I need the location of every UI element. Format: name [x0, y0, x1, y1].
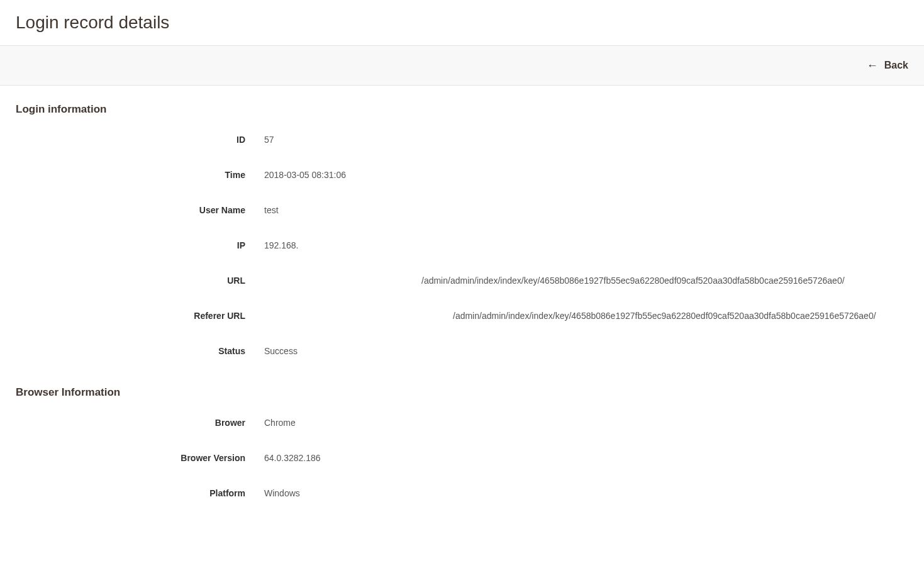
field-value-platform: Windows — [264, 488, 313, 498]
field-value-id: 57 — [264, 135, 287, 145]
field-row-username: User Name test — [0, 192, 924, 228]
page-title: Login record details — [0, 0, 924, 45]
field-label-referer-url: Referer URL — [0, 311, 264, 321]
field-value-referer-url: /admin/admin/index/index/key/4658b086e19… — [264, 311, 889, 321]
field-row-ip: IP 192.168. — [0, 228, 924, 263]
field-row-status: Status Success — [0, 333, 924, 369]
field-label-browser: Brower — [0, 418, 264, 428]
field-value-browser-version: 64.0.3282.186 — [264, 453, 333, 463]
back-button-label: Back — [884, 60, 908, 71]
field-label-platform: Platform — [0, 488, 264, 498]
action-bar: ← Back — [0, 45, 924, 86]
field-label-status: Status — [0, 346, 264, 356]
field-value-ip: 192.168. — [264, 240, 311, 250]
section-heading-login-info: Login information — [0, 86, 924, 122]
field-row-referer-url: Referer URL /admin/admin/index/index/key… — [0, 298, 924, 333]
field-row-platform: Platform Windows — [0, 476, 924, 511]
section-heading-browser-info: Browser Information — [0, 369, 924, 405]
field-label-time: Time — [0, 170, 264, 180]
field-label-url: URL — [0, 276, 264, 286]
field-row-browser-version: Brower Version 64.0.3282.186 — [0, 440, 924, 476]
field-label-id: ID — [0, 135, 264, 145]
back-button[interactable]: ← Back — [867, 60, 908, 71]
field-value-username: test — [264, 205, 291, 215]
field-value-browser: Chrome — [264, 418, 308, 428]
field-value-time: 2018-03-05 08:31:06 — [264, 170, 359, 180]
field-row-browser: Brower Chrome — [0, 405, 924, 440]
field-label-browser-version: Brower Version — [0, 453, 264, 463]
arrow-left-icon: ← — [867, 60, 878, 71]
field-row-time: Time 2018-03-05 08:31:06 — [0, 157, 924, 192]
field-label-ip: IP — [0, 240, 264, 250]
field-row-url: URL /admin/admin/index/index/key/4658b08… — [0, 263, 924, 298]
field-row-id: ID 57 — [0, 122, 924, 157]
field-value-status: Success — [264, 346, 310, 356]
field-value-url: /admin/admin/index/index/key/4658b086e19… — [264, 276, 857, 286]
field-label-username: User Name — [0, 205, 264, 215]
